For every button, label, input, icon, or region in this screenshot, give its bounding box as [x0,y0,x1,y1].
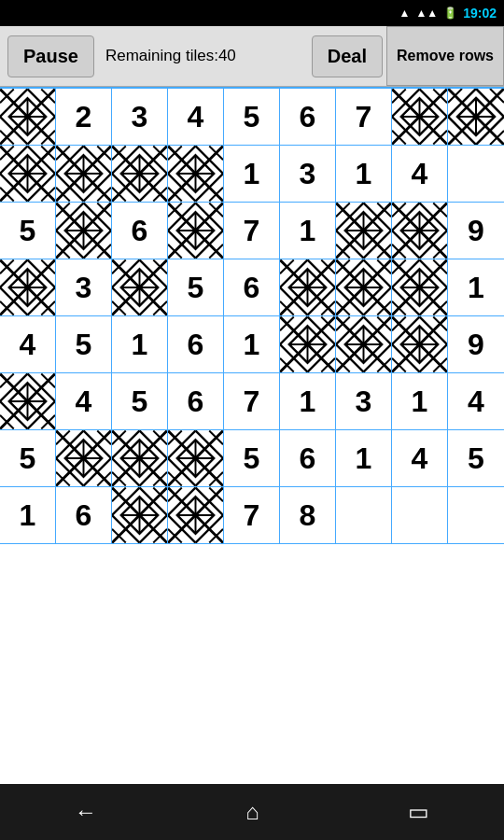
list-item[interactable]: 5 [0,203,56,259]
remove-rows-button[interactable]: Remove rows [386,26,504,86]
list-item[interactable] [392,259,448,315]
list-item[interactable]: 2 [56,89,112,145]
pause-button[interactable]: Pause [7,35,94,77]
list-item[interactable] [168,430,224,486]
table-row: 45671314 [0,373,504,430]
list-item[interactable]: 7 [336,89,392,145]
list-item[interactable]: 5 [224,89,280,145]
game-area: 234567 [0,87,504,544]
wifi-icon: ▲ [399,7,411,20]
list-item[interactable] [0,146,56,202]
list-item[interactable]: 9 [448,316,504,372]
list-item[interactable]: 5 [168,259,224,315]
list-item[interactable] [56,203,112,259]
list-item[interactable] [336,316,392,372]
list-item[interactable]: 5 [224,430,280,486]
status-bar: ▲ ▲▲ 🔋 19:02 [0,0,504,26]
list-item[interactable]: 1 [280,203,336,259]
list-item[interactable]: 9 [448,203,504,259]
list-item[interactable]: 4 [448,373,504,429]
list-item[interactable] [280,316,336,372]
list-item[interactable]: 5 [0,430,56,486]
clock: 19:02 [463,6,497,21]
list-item[interactable]: 5 [112,373,168,429]
list-item[interactable] [448,487,504,543]
list-item[interactable]: 1 [448,259,504,315]
list-item[interactable] [0,373,56,429]
list-item[interactable]: 8 [280,487,336,543]
list-item[interactable]: 1 [392,373,448,429]
list-item[interactable]: 3 [112,89,168,145]
list-item[interactable] [112,487,168,543]
list-item[interactable] [168,487,224,543]
list-item[interactable]: 4 [168,89,224,145]
home-button[interactable]: ⌂ [245,799,259,825]
list-item[interactable]: 6 [280,430,336,486]
list-item[interactable] [56,430,112,486]
list-item[interactable] [112,146,168,202]
empty-area [0,544,504,749]
list-item[interactable]: 3 [56,259,112,315]
list-item[interactable] [336,259,392,315]
list-item[interactable] [392,487,448,543]
nav-bar: ← ⌂ ▭ [0,784,504,840]
list-item[interactable]: 6 [168,316,224,372]
table-row: 5 [0,430,504,487]
list-item[interactable]: 5 [448,430,504,486]
table-row: 234567 [0,89,504,146]
list-item[interactable]: 1 [280,373,336,429]
list-item[interactable] [112,430,168,486]
list-item[interactable] [392,89,448,145]
list-item[interactable] [448,146,504,202]
list-item[interactable]: 1 [224,316,280,372]
list-item[interactable]: 7 [224,373,280,429]
list-item[interactable] [0,259,56,315]
list-item[interactable] [392,316,448,372]
list-item[interactable]: 5 [56,316,112,372]
table-row: 1314 [0,146,504,203]
list-item[interactable]: 1 [112,316,168,372]
list-item[interactable]: 1 [224,146,280,202]
list-item[interactable]: 4 [392,146,448,202]
list-item[interactable]: 6 [56,487,112,543]
table-row: 5 6 [0,203,504,259]
list-item[interactable]: 4 [0,316,56,372]
deal-button[interactable]: Deal [312,35,383,77]
battery-icon: 🔋 [443,7,457,20]
recent-button[interactable]: ▭ [408,799,429,825]
list-item[interactable]: 6 [112,203,168,259]
list-item[interactable] [112,259,168,315]
list-item[interactable] [392,203,448,259]
list-item[interactable] [0,89,56,145]
list-item[interactable]: 7 [224,203,280,259]
list-item[interactable]: 6 [168,373,224,429]
table-row: 3 56 [0,259,504,316]
table-row: 16 [0,487,504,544]
remaining-tiles-label: Remaining tiles:40 [94,47,312,65]
list-item[interactable]: 1 [0,487,56,543]
list-item[interactable] [336,203,392,259]
list-item[interactable] [280,259,336,315]
list-item[interactable] [168,203,224,259]
back-button[interactable]: ← [75,799,97,825]
list-item[interactable]: 1 [336,430,392,486]
toolbar: Pause Remaining tiles:40 Deal Remove row… [0,26,504,87]
list-item[interactable] [168,146,224,202]
list-item[interactable]: 4 [56,373,112,429]
list-item[interactable] [336,487,392,543]
list-item[interactable]: 4 [392,430,448,486]
list-item[interactable]: 1 [336,146,392,202]
list-item[interactable]: 7 [224,487,280,543]
list-item[interactable] [448,89,504,145]
signal-icon: ▲▲ [415,7,438,20]
list-item[interactable] [56,146,112,202]
table-row: 45161 [0,316,504,373]
list-item[interactable]: 6 [224,259,280,315]
list-item[interactable]: 3 [280,146,336,202]
list-item[interactable]: 6 [280,89,336,145]
list-item[interactable]: 3 [336,373,392,429]
